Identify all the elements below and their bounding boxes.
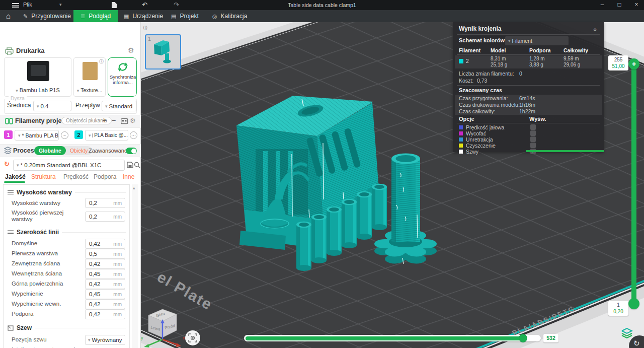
col-filament: Filament [459,47,480,53]
preview-icon: ≣ [80,13,85,20]
setting-label: Domyślne [12,240,79,247]
setting-input[interactable]: 0,42 mm [85,299,125,309]
diameter-label: Średnica [7,102,31,109]
filament-2-brand-icon [93,133,93,137]
tab-jakosc[interactable]: Jakość [5,173,26,180]
main-tabbar: ⌂ ✎ Przygotowanie ≣ Podgląd ▦ Urządzenie… [0,10,644,22]
tab-przygotowanie[interactable]: ✎ Przygotowanie [16,10,78,22]
scope-global-button[interactable]: Globalne [34,146,66,155]
seam-position-select[interactable]: ▾ Wyrównany [85,335,125,345]
setting-label: Wysokość warstwy [12,200,79,206]
changes-label: Liczba zmian filamentu: [459,71,514,77]
filament-2-select[interactable]: ▾ PLA Basic @... [85,130,128,141]
filament-2-edit-button[interactable]: ⋯ [130,131,137,139]
option-travel-checkbox[interactable] [530,124,536,130]
option-wipe-checkbox[interactable] [530,143,536,148]
setting-input[interactable]: 0,42 mm [85,309,125,319]
ams-sync-icon[interactable] [121,118,128,124]
restore-button[interactable]: □ [614,1,625,8]
fit-view-button[interactable] [185,330,200,345]
flow-select[interactable]: ▾Standard [102,101,137,111]
setting-input[interactable]: 0,45 mm [85,289,125,299]
printer-name-select[interactable]: ▾Bambu Lab P1S [5,87,71,93]
layer-slider-bottom-handle[interactable] [628,298,639,309]
scope-objects-button[interactable]: Obiekty [66,146,92,155]
line-width-icon [8,230,14,235]
process-preset-select[interactable]: ▾* 0.20mm Standard @BBL X1C [13,160,125,171]
layer-height-icon [8,190,14,195]
printer-settings-gear-icon[interactable]: ⚙ [128,47,134,54]
setting-label: Zewnętrzna ściana [12,260,79,267]
setting-input[interactable]: 0,42 mm [85,279,125,289]
setting-label: Wysokość pierwszej warstwy [12,210,79,223]
tab-inne[interactable]: Inne [123,173,134,180]
tab-podpora[interactable]: Podpora [94,173,116,180]
sync-printer-button[interactable]: Synchronizacja informa... [108,57,137,97]
setting-input[interactable]: 0,45 mm [85,269,125,279]
collapse-thumbnails-icon[interactable]: ⟨|⟩ [143,25,147,30]
setting-label: Pierwsza warstwa [12,250,79,257]
preset-refresh-icon[interactable]: ↻ [4,160,10,168]
move-slider-fill [246,336,523,340]
setting-label: Wewnętrzna ściana [12,270,79,277]
filament-1-badge[interactable]: 1 [4,130,13,139]
filament-2-swatch [459,59,463,63]
layer-top-flag: 255 51,00 [608,55,628,71]
setting-label: Pozycja szwu [12,336,79,343]
option-retract-checkbox[interactable] [530,130,536,136]
setting-input[interactable]: 0,2 mm [85,212,125,222]
filament-1-edit-button[interactable]: − [61,131,68,139]
filament-1-select[interactable]: ▾* Bambu PLA B... [15,130,59,141]
tab-podglad[interactable]: ≣ Podgląd [73,10,118,22]
scroll-up-icon[interactable]: ▴ [133,185,135,190]
setting-label: Podpora [12,311,79,317]
color-scheme-select[interactable]: ▾ Filament [505,36,569,45]
setting-input[interactable]: 0,42 mm [85,239,125,249]
tab-jakosc-underline [4,181,25,183]
section-seam: Szew [8,324,126,331]
display-header: Wyśw. [529,116,546,122]
save-preset-icon[interactable] [127,162,133,168]
layer-slider-top-handle[interactable]: + [628,58,639,69]
document-title: Table side data cable clamp1 [0,2,644,8]
minimize-button[interactable]: – [597,1,608,8]
plate-info-icon[interactable]: ⓘ [99,58,104,65]
advanced-toggle[interactable] [126,148,137,154]
option-unretract-checkbox[interactable] [530,136,536,142]
prepare-icon: ✎ [23,13,28,20]
printer-card[interactable]: ▾Bambu Lab P1S [4,57,71,97]
printer-header: Drukarka [16,47,44,54]
setting-input[interactable]: 0,2 mm [85,198,125,208]
setting-input[interactable]: 0,42 mm [85,259,125,269]
search-icon[interactable] [134,162,140,168]
tab-kalibracja[interactable]: ◎ Kalibracja [205,10,254,22]
close-button[interactable]: × [631,1,642,8]
collapse-result-icon[interactable]: « [592,28,599,32]
layers-view-icon[interactable] [621,327,633,338]
move-slider-handle[interactable] [519,334,527,342]
plate-type-select[interactable]: ▾Texture... [74,87,105,93]
tab-urzadzenie[interactable]: ▦ Urządzenie [117,10,170,22]
tab-predkosc[interactable]: Prędkość [63,173,89,180]
setting-label: Górna powierzchnia [12,281,79,287]
setting-label: Wypełnienie [12,291,79,297]
add-filament-button[interactable]: + [103,116,107,124]
settings-scrollbar[interactable]: ▴ ▾ [132,184,138,348]
tab-struktura[interactable]: Struktura [31,173,56,180]
plate-thumbnail[interactable]: 1 [145,34,181,69]
diameter-select[interactable]: ▾0.4 [33,101,71,111]
remove-filament-button[interactable]: − [112,116,116,124]
filament-2-badge[interactable]: 2 [74,130,83,139]
cube-axis-y: y [141,335,143,340]
plate-type-card[interactable]: ⓘ ▾Texture... [73,57,106,97]
result-header: Wynik krojenia [459,25,501,32]
layer-range-slider[interactable] [631,63,636,305]
filament-settings-gear-icon[interactable]: ⚙ [130,117,136,124]
bambu-studio-window: Plik ▾ ↶ ↷ Table side data cable clamp1 … [0,0,644,348]
setting-input[interactable]: 0,5 mm [85,249,125,259]
plate-thumbnail-preview [146,35,180,68]
home-icon[interactable]: ⌂ [6,12,11,20]
move-slider[interactable] [244,335,541,341]
tab-projekt[interactable]: ▤ Projekt [164,10,206,22]
calibration-icon: ◎ [212,13,217,20]
